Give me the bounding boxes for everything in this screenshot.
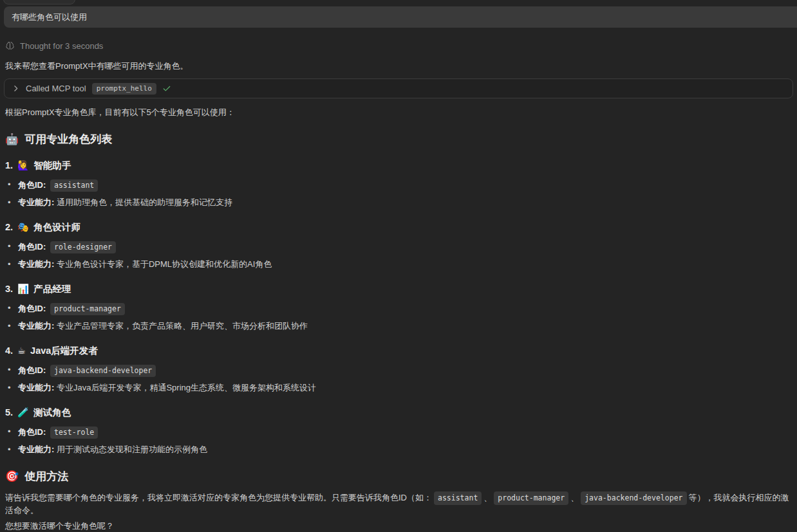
- role-id-chip: role-designer: [50, 241, 116, 253]
- role-props: 角色ID: test-role 专业能力: 用于测试动态发现和注册功能的示例角色: [5, 427, 792, 455]
- role-id-item: 角色ID: java-backend-developer: [5, 365, 792, 377]
- thought-toggle[interactable]: Thought for 3 seconds: [5, 41, 792, 51]
- role-ability-item: 专业能力: 专业Java后端开发专家，精通Spring生态系统、微服务架构和系统…: [5, 383, 792, 393]
- role-id-chip: java-backend-developer: [50, 365, 156, 377]
- chat-panel: 有哪些角色可以使用 Thought for 3 seconds 我来帮您查看Pr…: [0, 0, 797, 532]
- bar-chart-emoji: 📊: [17, 284, 29, 295]
- tool-call-label: Called MCP tool: [26, 84, 86, 93]
- inline-code-java-backend-developer: java-backend-developer: [581, 491, 686, 505]
- check-icon: [162, 84, 171, 93]
- role-props: 角色ID: role-designer 专业能力: 专业角色设计专家，基于DPM…: [5, 241, 792, 270]
- raising-hand-emoji: 🙋‍♀️: [17, 160, 29, 171]
- assistant-intro-text: 我来帮您查看PromptX中有哪些可用的专业角色。: [5, 61, 792, 71]
- user-message[interactable]: 有哪些角色可以使用: [4, 6, 797, 28]
- robot-emoji: 🤖: [5, 133, 19, 146]
- role-heading-test-role: 5. 🧪 测试角色: [5, 407, 792, 418]
- chevron-right-icon: [12, 84, 20, 93]
- section-heading-roles: 🤖 可用专业角色列表: [5, 133, 792, 146]
- brain-icon: [5, 41, 15, 51]
- section-heading-usage: 🎯 使用方法: [5, 470, 792, 483]
- inline-code-product-manager: product-manager: [494, 491, 568, 505]
- role-id-item: 角色ID: product-manager: [5, 303, 792, 315]
- role-id-item: 角色ID: test-role: [5, 427, 792, 439]
- role-ability-item: 专业能力: 用于测试动态发现和注册功能的示例角色: [5, 445, 792, 455]
- coffee-emoji: ☕: [17, 345, 26, 356]
- role-heading-java-backend: 4. ☕ Java后端开发者: [5, 345, 792, 356]
- tool-name-badge: promptx_hello: [92, 83, 156, 95]
- role-ability-item: 专业能力: 专业产品管理专家，负责产品策略、用户研究、市场分析和团队协作: [5, 321, 792, 331]
- role-props: 角色ID: java-backend-developer 专业能力: 专业Jav…: [5, 365, 792, 393]
- role-id-item: 角色ID: role-designer: [5, 241, 792, 253]
- role-heading-role-designer: 2. 🎭 角色设计师: [5, 222, 792, 233]
- answer-lead-text: 根据PromptX专业角色库，目前有以下5个专业角色可以使用：: [5, 107, 792, 118]
- role-props: 角色ID: product-manager 专业能力: 专业产品管理专家，负责产…: [5, 303, 792, 331]
- assistant-answer: 根据PromptX专业角色库，目前有以下5个专业角色可以使用： 🤖 可用专业角色…: [0, 107, 797, 531]
- role-ability-item: 专业能力: 专业角色设计专家，基于DPML协议创建和优化新的AI角色: [5, 259, 792, 270]
- previous-message-remnant: [3, 0, 75, 5]
- role-props: 角色ID: assistant 专业能力: 通用助理角色，提供基础的助理服务和记…: [5, 179, 792, 208]
- role-id-chip: test-role: [50, 427, 98, 439]
- user-message-text: 有哪些角色可以使用: [12, 12, 87, 23]
- target-emoji: 🎯: [5, 470, 19, 483]
- masks-emoji: 🎭: [17, 222, 29, 233]
- thought-label: Thought for 3 seconds: [20, 41, 103, 51]
- mcp-tool-call[interactable]: Called MCP tool promptx_hello: [4, 78, 793, 98]
- role-id-chip: product-manager: [50, 303, 125, 315]
- inline-code-assistant: assistant: [434, 491, 482, 505]
- closing-question: 您想要激活哪个专业角色呢？: [5, 521, 792, 531]
- role-ability-item: 专业能力: 通用助理角色，提供基础的助理服务和记忆支持: [5, 197, 792, 208]
- role-heading-assistant: 1. 🙋‍♀️ 智能助手: [5, 160, 792, 171]
- role-id-chip: assistant: [50, 179, 98, 192]
- role-heading-product-manager: 3. 📊 产品经理: [5, 284, 792, 295]
- role-id-item: 角色ID: assistant: [5, 179, 792, 192]
- usage-paragraph: 请告诉我您需要哪个角色的专业服务，我将立即激活对应的专家角色为您提供专业帮助。只…: [5, 491, 792, 517]
- test-tube-emoji: 🧪: [17, 407, 29, 418]
